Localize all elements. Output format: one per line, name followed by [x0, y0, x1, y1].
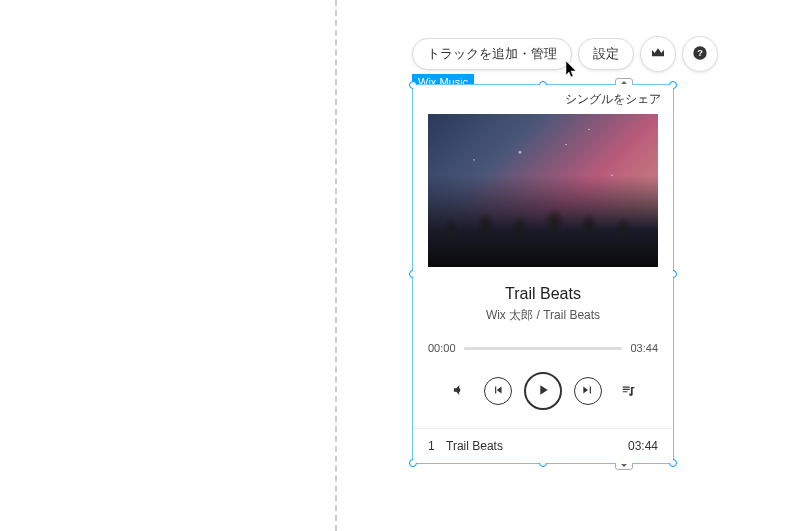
- track-subtitle: Wix 太郎 / Trail Beats: [413, 307, 673, 324]
- premium-button[interactable]: [640, 36, 676, 72]
- widget-selection-frame[interactable]: シングルをシェア Trail Beats Wix 太郎 / Trail Beat…: [412, 84, 674, 464]
- skip-back-icon: [491, 383, 505, 400]
- track-list: 1 Trail Beats 03:44: [413, 428, 673, 463]
- time-duration: 03:44: [630, 342, 658, 354]
- playlist-button[interactable]: [614, 377, 642, 405]
- svg-text:?: ?: [697, 48, 703, 58]
- music-player-widget: シングルをシェア Trail Beats Wix 太郎 / Trail Beat…: [413, 85, 673, 463]
- album-cover: [428, 114, 658, 267]
- share-single-link[interactable]: シングルをシェア: [413, 85, 673, 112]
- crown-icon: [650, 45, 666, 64]
- time-elapsed: 00:00: [428, 342, 456, 354]
- help-button[interactable]: ?: [682, 36, 718, 72]
- volume-icon: [451, 383, 465, 400]
- play-icon: [535, 382, 551, 401]
- progress-bar[interactable]: [464, 347, 623, 350]
- next-button[interactable]: [574, 377, 602, 405]
- widget-toolbar: トラックを追加・管理 設定 ?: [412, 36, 718, 72]
- track-name: Trail Beats: [446, 439, 628, 453]
- player-controls: [413, 372, 673, 410]
- track-duration: 03:44: [628, 439, 658, 453]
- track-title: Trail Beats: [413, 285, 673, 303]
- previous-button[interactable]: [484, 377, 512, 405]
- page-divider: [335, 0, 337, 531]
- list-item[interactable]: 1 Trail Beats 03:44: [413, 429, 673, 463]
- add-manage-tracks-button[interactable]: トラックを追加・管理: [412, 38, 572, 70]
- volume-button[interactable]: [444, 377, 472, 405]
- skip-forward-icon: [581, 383, 595, 400]
- progress-row: 00:00 03:44: [413, 342, 673, 354]
- cover-crowd: [428, 175, 658, 267]
- play-button[interactable]: [524, 372, 562, 410]
- track-number: 1: [428, 439, 446, 453]
- help-icon: ?: [692, 45, 708, 64]
- settings-button[interactable]: 設定: [578, 38, 634, 70]
- playlist-icon: [621, 383, 635, 400]
